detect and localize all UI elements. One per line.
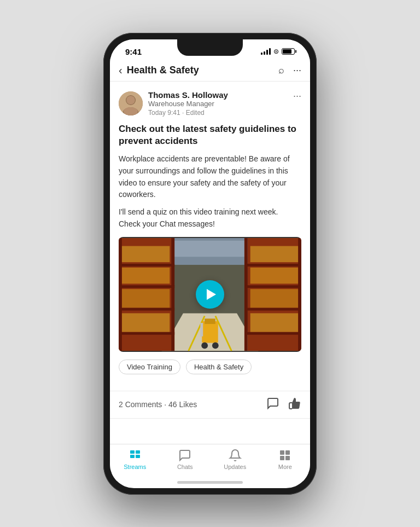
svg-rect-35 [205, 318, 215, 324]
like-button[interactable] [288, 397, 301, 413]
post-title: Check out the latest safety guidelines t… [119, 123, 301, 148]
play-button[interactable] [196, 280, 224, 309]
signal-icon [261, 48, 271, 55]
tab-bar: Streams Chats Updates [110, 444, 310, 481]
svg-rect-25 [250, 267, 299, 283]
post-body-paragraph-2: I'll send a quiz on this video training … [119, 206, 301, 230]
page-title: Health & Safety [127, 65, 278, 76]
svg-rect-16 [121, 313, 170, 332]
svg-rect-34 [202, 321, 218, 343]
svg-rect-22 [119, 332, 174, 334]
tab-streams[interactable]: Streams [110, 449, 160, 470]
post-actions [266, 397, 301, 413]
svg-rect-20 [119, 285, 174, 288]
tag-health-safety[interactable]: Health & Safety [186, 360, 252, 374]
comment-button[interactable] [266, 397, 279, 413]
video-thumbnail[interactable] [119, 237, 301, 352]
tab-more[interactable]: More [260, 449, 311, 470]
svg-rect-33 [246, 332, 301, 334]
nav-actions: ⌕ ··· [278, 65, 301, 76]
author-row: Thomas S. Holloway Warehouse Manager Tod… [119, 90, 228, 117]
author-name: Thomas S. Holloway [148, 90, 228, 100]
status-icons: ⊜ [261, 48, 295, 55]
post-stats: 2 Comments · 46 Likes [119, 400, 197, 409]
avatar-img-svg [119, 91, 143, 115]
more-label: More [278, 464, 292, 470]
play-icon [207, 289, 216, 300]
tab-chats[interactable]: Chats [160, 449, 211, 470]
svg-rect-46 [285, 456, 290, 460]
content-area: Thomas S. Holloway Warehouse Manager Tod… [110, 82, 310, 444]
post-footer: 2 Comments · 46 Likes [110, 391, 310, 419]
svg-rect-19 [119, 264, 174, 267]
streams-icon [129, 449, 142, 462]
tab-updates[interactable]: Updates [210, 449, 260, 470]
svg-point-37 [212, 342, 219, 349]
wifi-icon: ⊜ [273, 48, 279, 55]
svg-rect-32 [246, 308, 301, 310]
status-time: 9:41 [125, 47, 142, 56]
svg-rect-27 [250, 313, 299, 332]
post-menu-button[interactable]: ··· [293, 90, 301, 102]
svg-rect-15 [121, 289, 170, 308]
avatar [119, 91, 143, 115]
updates-label: Updates [224, 464, 246, 470]
svg-rect-26 [250, 289, 299, 308]
svg-rect-14 [121, 267, 170, 283]
more-icon [278, 449, 291, 462]
svg-rect-42 [136, 455, 140, 458]
svg-rect-21 [119, 308, 174, 310]
svg-rect-41 [130, 455, 135, 458]
svg-rect-45 [280, 456, 284, 460]
search-button[interactable]: ⌕ [278, 65, 284, 76]
author-title: Warehouse Manager [148, 100, 228, 108]
notch [177, 39, 243, 56]
svg-rect-13 [121, 246, 170, 262]
svg-rect-39 [130, 450, 135, 454]
svg-rect-44 [285, 450, 290, 455]
svg-rect-40 [136, 450, 140, 454]
back-button[interactable]: ‹ [119, 64, 122, 77]
chats-label: Chats [177, 464, 193, 470]
svg-rect-43 [280, 450, 284, 455]
post: Thomas S. Holloway Warehouse Manager Tod… [110, 82, 310, 391]
post-body-paragraph-1: Workplace accidents are preventable! Be … [119, 153, 301, 201]
tags-container: Video Training Health & Safety [119, 360, 301, 374]
svg-rect-38 [200, 323, 203, 337]
updates-icon [229, 449, 242, 462]
battery-icon [282, 48, 295, 55]
post-header: Thomas S. Holloway Warehouse Manager Tod… [119, 90, 301, 117]
svg-rect-30 [246, 264, 301, 267]
more-nav-button[interactable]: ··· [293, 65, 301, 76]
streams-label: Streams [124, 464, 146, 470]
post-time: Today 9:41 · Edited [148, 109, 228, 117]
tag-video-training[interactable]: Video Training [119, 360, 180, 374]
phone-frame: 9:41 ⊜ ‹ Health & Safety ⌕ ··· [103, 33, 317, 495]
svg-point-36 [201, 342, 208, 349]
home-indicator [177, 481, 243, 484]
svg-point-3 [126, 96, 135, 105]
svg-rect-31 [246, 285, 301, 288]
phone-screen: 9:41 ⊜ ‹ Health & Safety ⌕ ··· [110, 39, 310, 488]
post-body: Workplace accidents are preventable! Be … [119, 153, 301, 230]
svg-rect-24 [250, 246, 299, 262]
svg-rect-7 [172, 240, 248, 256]
chats-icon [178, 449, 191, 462]
nav-bar: ‹ Health & Safety ⌕ ··· [110, 60, 310, 82]
author-info: Thomas S. Holloway Warehouse Manager Tod… [148, 90, 228, 117]
